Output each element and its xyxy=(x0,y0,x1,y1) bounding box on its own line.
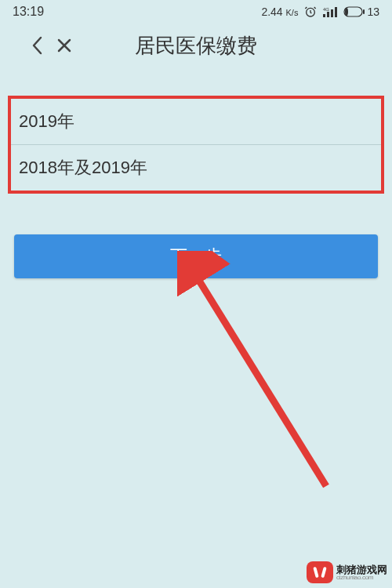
watermark-en: cizhuniao.com xyxy=(336,575,387,581)
net-speed: 2.44 K/s xyxy=(261,5,298,18)
svg-rect-2 xyxy=(323,14,325,17)
svg-rect-7 xyxy=(345,8,348,16)
svg-rect-4 xyxy=(331,9,333,17)
svg-text:4G: 4G xyxy=(323,7,329,12)
nav-icons xyxy=(31,36,72,55)
battery-icon xyxy=(343,6,365,17)
svg-line-12 xyxy=(193,270,326,486)
watermark-cn: 刺猪游戏网 xyxy=(336,564,387,575)
page-title: 居民医保缴费 xyxy=(135,32,257,60)
back-icon[interactable] xyxy=(31,36,42,55)
svg-rect-3 xyxy=(327,12,329,17)
option-2019[interactable]: 2019年 xyxy=(11,99,381,145)
arrow-annotation xyxy=(177,251,358,517)
alarm-icon xyxy=(304,5,317,18)
close-icon[interactable] xyxy=(56,38,72,53)
svg-rect-5 xyxy=(335,7,337,17)
option-2018-and-2019[interactable]: 2018年及2019年 xyxy=(11,145,381,191)
year-options-highlight-box: 2019年 2018年及2019年 xyxy=(8,96,384,194)
svg-rect-8 xyxy=(363,9,365,14)
status-bar: 13:19 2.44 K/s 4G 13 xyxy=(0,0,392,24)
status-right-group: 2.44 K/s 4G 13 xyxy=(261,5,379,18)
signal-icon: 4G xyxy=(323,6,337,17)
status-time: 13:19 xyxy=(13,5,44,19)
watermark: 刺猪游戏网 cizhuniao.com xyxy=(307,561,387,583)
option-label: 2019年 xyxy=(19,111,74,131)
net-speed-value: 2.44 xyxy=(261,5,282,18)
watermark-text: 刺猪游戏网 cizhuniao.com xyxy=(336,564,387,581)
next-button[interactable]: 下一步 xyxy=(14,234,378,278)
net-speed-unit: K/s xyxy=(286,8,299,17)
watermark-logo-icon xyxy=(307,561,333,583)
next-button-label: 下一步 xyxy=(170,245,222,268)
content-area: 2019年 2018年及2019年 下一步 xyxy=(0,96,392,278)
battery-value: 13 xyxy=(367,5,379,18)
battery-indicator: 13 xyxy=(343,5,379,18)
nav-bar: 居民医保缴费 xyxy=(0,24,392,67)
option-label: 2018年及2019年 xyxy=(19,158,147,177)
